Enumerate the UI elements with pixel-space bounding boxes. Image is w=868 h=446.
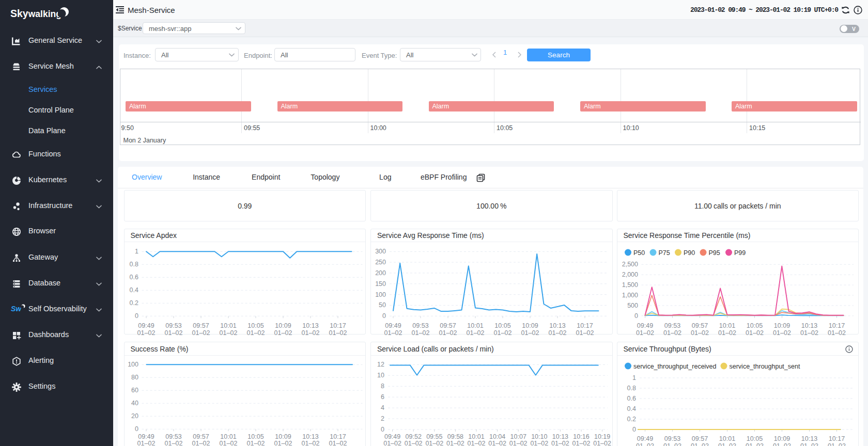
svg-text:10:05: 10:05 [247, 322, 264, 329]
svg-text:10:17: 10:17 [828, 435, 844, 442]
svg-text:4: 4 [381, 404, 384, 411]
svg-text:0: 0 [135, 312, 138, 320]
svg-text:01–02: 01–02 [488, 440, 506, 446]
svg-text:01–02: 01–02 [509, 440, 528, 446]
svg-text:10:19: 10:19 [594, 433, 610, 440]
svg-text:09:57: 09:57 [193, 322, 209, 329]
svg-text:P95: P95 [708, 249, 720, 257]
svg-text:01–02: 01–02 [192, 329, 210, 335]
svg-text:10:09: 10:09 [773, 435, 789, 442]
svg-text:12: 12 [377, 361, 384, 368]
svg-text:0.2: 0.2 [129, 299, 138, 307]
svg-text:01–02: 01–02 [467, 329, 485, 335]
svg-text:01–02: 01–02 [800, 329, 818, 335]
svg-text:10:13: 10:13 [549, 322, 565, 329]
svg-text:10:05: 10:05 [746, 435, 762, 442]
svg-text:01–02: 01–02 [246, 440, 265, 446]
svg-text:10:09: 10:09 [773, 322, 789, 329]
svg-text:10:01: 10:01 [719, 435, 735, 442]
svg-text:10:10: 10:10 [531, 433, 547, 440]
svg-text:0: 0 [632, 426, 636, 433]
svg-text:20: 20 [131, 412, 138, 420]
svg-text:09:57: 09:57 [440, 322, 456, 329]
svg-text:10:16: 10:16 [573, 433, 589, 440]
svg-text:01–02: 01–02 [593, 440, 611, 446]
svg-text:100: 100 [375, 291, 386, 298]
svg-text:01–02: 01–02 [468, 440, 486, 446]
svg-text:01–02: 01–02 [773, 442, 791, 446]
svg-text:01–02: 01–02 [636, 442, 654, 446]
svg-text:09:58: 09:58 [447, 433, 463, 440]
svg-text:01–02: 01–02 [412, 329, 430, 335]
svg-text:10:01: 10:01 [719, 322, 735, 329]
svg-text:01–02: 01–02 [164, 440, 182, 446]
svg-text:0.4: 0.4 [129, 286, 138, 294]
svg-text:service_throughput_received: service_throughput_received [633, 363, 717, 370]
svg-text:01–02: 01–02 [746, 329, 764, 335]
svg-text:10:01: 10:01 [467, 322, 483, 329]
svg-text:09:53: 09:53 [412, 322, 428, 329]
svg-text:50: 50 [379, 301, 386, 309]
svg-text:01–02: 01–02 [219, 440, 237, 446]
svg-text:01–02: 01–02 [301, 329, 319, 335]
svg-text:09:55: 09:55 [426, 433, 442, 440]
svg-text:2,000: 2,000 [622, 271, 638, 278]
svg-text:0.2: 0.2 [627, 416, 636, 423]
svg-text:P50: P50 [633, 249, 645, 257]
svg-text:10:09: 10:09 [275, 322, 291, 329]
svg-text:0: 0 [382, 312, 386, 320]
svg-text:0.6: 0.6 [129, 274, 138, 281]
svg-text:service_throughput_sent: service_throughput_sent [729, 363, 800, 370]
svg-text:250: 250 [375, 259, 386, 266]
svg-text:80: 80 [131, 374, 138, 381]
svg-text:10: 10 [377, 372, 384, 379]
svg-text:09:49: 09:49 [385, 322, 401, 329]
svg-text:500: 500 [627, 302, 638, 309]
svg-text:2,500: 2,500 [622, 261, 638, 268]
svg-text:09:49: 09:49 [138, 433, 154, 440]
svg-text:10:13: 10:13 [302, 322, 318, 329]
svg-text:10:01: 10:01 [468, 433, 484, 440]
svg-text:P90: P90 [684, 249, 695, 257]
svg-text:10:01: 10:01 [220, 322, 236, 329]
svg-text:0: 0 [135, 425, 138, 433]
svg-text:09:53: 09:53 [165, 322, 181, 329]
svg-text:100: 100 [128, 361, 138, 368]
svg-text:01–02: 01–02 [691, 442, 709, 446]
svg-text:10:17: 10:17 [828, 322, 844, 329]
svg-text:01–02: 01–02 [383, 440, 401, 446]
svg-text:01–02: 01–02 [219, 329, 237, 335]
svg-text:09:49: 09:49 [384, 433, 400, 440]
svg-text:0.4: 0.4 [627, 405, 636, 412]
svg-text:01–02: 01–02 [549, 329, 567, 335]
svg-text:01–02: 01–02 [425, 440, 443, 446]
svg-text:10:01: 10:01 [220, 433, 236, 440]
svg-text:60: 60 [131, 387, 138, 394]
svg-text:01–02: 01–02 [301, 440, 319, 446]
svg-text:200: 200 [375, 269, 386, 277]
svg-text:01–02: 01–02 [828, 442, 846, 446]
svg-text:01–02: 01–02 [192, 440, 210, 446]
svg-text:10:13: 10:13 [302, 433, 318, 440]
svg-text:01–02: 01–02 [636, 329, 654, 335]
svg-text:01–02: 01–02 [137, 440, 155, 446]
svg-text:09:57: 09:57 [193, 433, 209, 440]
svg-text:01–02: 01–02 [405, 440, 423, 446]
svg-text:P75: P75 [658, 249, 670, 257]
svg-text:10:09: 10:09 [275, 433, 291, 440]
svg-text:01–02: 01–02 [572, 440, 591, 446]
svg-text:01–02: 01–02 [246, 329, 265, 335]
svg-text:09:53: 09:53 [664, 322, 680, 329]
svg-text:01–02: 01–02 [773, 329, 791, 335]
svg-text:0: 0 [381, 426, 384, 433]
svg-text:01–02: 01–02 [446, 440, 464, 446]
svg-text:150: 150 [375, 280, 386, 288]
svg-text:0.8: 0.8 [627, 385, 636, 392]
svg-text:01–02: 01–02 [137, 329, 155, 335]
svg-text:0: 0 [634, 312, 638, 320]
svg-text:01–02: 01–02 [663, 442, 681, 446]
svg-text:09:49: 09:49 [138, 322, 154, 329]
svg-text:1,500: 1,500 [622, 281, 638, 289]
svg-text:10:05: 10:05 [247, 433, 264, 440]
svg-text:0.8: 0.8 [129, 261, 138, 268]
